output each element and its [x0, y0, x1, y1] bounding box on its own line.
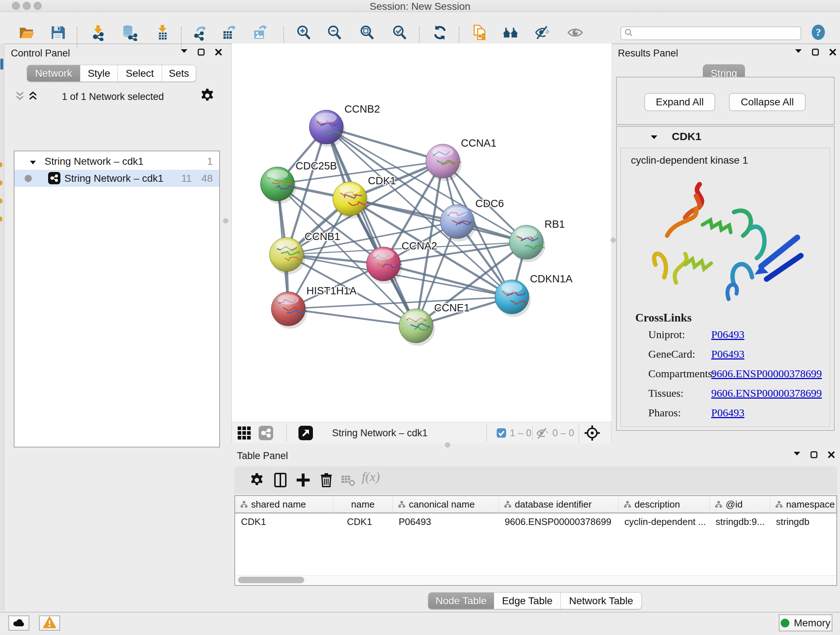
- zoom-fit-icon[interactable]: [359, 24, 376, 41]
- cell-database-identifier[interactable]: 9606.ENSP00000378699: [499, 513, 619, 530]
- duplicate-network-icon[interactable]: [471, 24, 488, 41]
- node-table[interactable]: shared name name canonical name database…: [234, 495, 837, 586]
- first-neighbors-icon[interactable]: [502, 24, 519, 41]
- memory-button[interactable]: Memory: [779, 614, 832, 631]
- network-graph[interactable]: CCNB2CCNA1CDC25BCDK1CDC6RB1CCNB1CCNA2CDK…: [232, 43, 612, 422]
- create-column-icon[interactable]: [295, 472, 311, 488]
- detach-view-icon[interactable]: [298, 425, 314, 441]
- import-network-database-icon[interactable]: [121, 24, 137, 41]
- column-header-name[interactable]: name: [333, 496, 393, 513]
- dock-handle-icon[interactable]: [0, 59, 3, 70]
- tab-edge-table[interactable]: Edge Table: [494, 592, 561, 609]
- dock-bookmark-icon[interactable]: [0, 217, 3, 222]
- tab-network[interactable]: Network: [27, 65, 80, 82]
- crosslink-genecard-link[interactable]: P06493: [711, 348, 745, 360]
- cloud-button[interactable]: [8, 616, 29, 631]
- float-panel-icon[interactable]: [812, 49, 820, 56]
- dock-bookmark-icon[interactable]: [0, 162, 3, 167]
- float-panel-icon[interactable]: [197, 49, 205, 56]
- cell-name[interactable]: CDK1: [333, 513, 393, 530]
- export-image-icon[interactable]: [252, 24, 269, 41]
- column-header-id[interactable]: @id: [710, 496, 770, 513]
- tab-node-table[interactable]: Node Table: [428, 592, 494, 609]
- column-header-namespace[interactable]: namespace: [770, 496, 836, 513]
- import-network-file-icon[interactable]: [90, 24, 107, 41]
- search-field[interactable]: [621, 27, 801, 40]
- zoom-out-icon[interactable]: [326, 24, 343, 41]
- collection-expander-icon[interactable]: [30, 156, 36, 167]
- zoom-selected-icon[interactable]: [392, 24, 408, 41]
- left-splitter-grip[interactable]: [223, 218, 228, 223]
- crosslink-pharos-link[interactable]: P06493: [711, 407, 745, 419]
- grid-view-icon[interactable]: [236, 425, 252, 441]
- column-header-database-identifier[interactable]: database identifier: [499, 496, 619, 513]
- tab-network-table[interactable]: Network Table: [561, 592, 642, 609]
- save-session-icon[interactable]: [50, 24, 66, 41]
- import-table-file-icon[interactable]: [154, 24, 171, 41]
- open-session-icon[interactable]: [18, 24, 35, 41]
- right-splitter-grip[interactable]: [611, 238, 616, 242]
- crosslink-label: GeneCard:: [648, 348, 695, 360]
- protein-structure-image: [642, 174, 808, 310]
- export-network-icon[interactable]: [193, 24, 209, 41]
- scrollbar-thumb[interactable]: [238, 577, 304, 583]
- crosslink-compartments-link[interactable]: 9606.ENSP00000378699: [711, 367, 822, 380]
- help-icon[interactable]: ?: [810, 24, 827, 41]
- svg-text:CCNB2: CCNB2: [344, 103, 380, 115]
- birds-eye-view-icon[interactable]: [584, 424, 600, 441]
- column-header-description[interactable]: description: [619, 496, 710, 513]
- collapse-panel-icon[interactable]: [180, 49, 188, 56]
- show-columns-icon[interactable]: [272, 472, 288, 488]
- search-icon: [624, 28, 633, 39]
- table-options-gear-icon[interactable]: [249, 472, 265, 488]
- column-header-canonical-name[interactable]: canonical name: [393, 496, 499, 513]
- update-network-icon[interactable]: [431, 24, 448, 41]
- collapse-panel-icon[interactable]: [793, 451, 801, 458]
- warning-icon: [43, 616, 57, 630]
- table-panel-title: Table Panel: [237, 450, 288, 462]
- collapse-all-networks-icon[interactable]: [14, 90, 25, 103]
- search-input[interactable]: [633, 27, 801, 40]
- cell-shared-name[interactable]: CDK1: [235, 513, 333, 530]
- expand-all-button[interactable]: Expand All: [644, 93, 715, 111]
- table-row[interactable]: CDK1 CDK1 P06493 9606.ENSP00000378699 cy…: [235, 513, 836, 530]
- float-panel-icon[interactable]: [810, 451, 818, 458]
- horizontal-scrollbar[interactable]: [236, 575, 836, 584]
- svg-text:CDC25B: CDC25B: [295, 160, 337, 172]
- tab-sets[interactable]: Sets: [162, 65, 196, 82]
- crosslink-uniprot-link[interactable]: P06493: [711, 328, 745, 340]
- bottom-splitter-grip[interactable]: [445, 442, 450, 448]
- crosslink-label: Tissues:: [648, 387, 684, 399]
- warnings-button[interactable]: [39, 616, 60, 631]
- show-all-icon[interactable]: [567, 24, 584, 41]
- collapse-panel-icon[interactable]: [794, 49, 802, 56]
- delete-column-icon[interactable]: [318, 472, 334, 488]
- selected-checkbox-icon[interactable]: [496, 428, 507, 438]
- dock-bookmark-icon[interactable]: [0, 180, 3, 185]
- export-table-icon[interactable]: [221, 24, 238, 41]
- table-panel: Table Panel f(x) shared name name canoni…: [232, 446, 840, 607]
- column-header-shared-name[interactable]: shared name: [235, 496, 333, 513]
- tab-select[interactable]: Select: [118, 65, 162, 82]
- entry-expander-icon[interactable]: [650, 135, 658, 141]
- network-canvas[interactable]: CCNB2CCNA1CDC25BCDK1CDC6RB1CCNB1CCNA2CDK…: [232, 43, 612, 422]
- results-scroll-area[interactable]: CDK1 cyclin-dependent kinase 1: [616, 126, 835, 431]
- expand-all-networks-icon[interactable]: [27, 90, 38, 103]
- zoom-in-icon[interactable]: [295, 24, 312, 41]
- close-panel-icon[interactable]: [829, 49, 837, 56]
- cell-namespace[interactable]: stringdb: [770, 513, 836, 530]
- cell-id[interactable]: stringdb:9...: [710, 513, 770, 530]
- dock-bookmark-icon[interactable]: [0, 198, 3, 203]
- tab-style[interactable]: Style: [80, 65, 118, 82]
- close-panel-icon[interactable]: [828, 451, 836, 458]
- collapse-all-button[interactable]: Collapse All: [729, 93, 806, 111]
- network-collection-row[interactable]: String Network – cdk1 1: [14, 153, 219, 170]
- cell-canonical-name[interactable]: P06493: [393, 513, 499, 530]
- network-options-gear-icon[interactable]: [199, 88, 215, 103]
- crosslink-tissues-link[interactable]: 9606.ENSP00000378699: [711, 387, 822, 399]
- network-row-selected[interactable]: String Network – cdk1 11 48: [14, 170, 219, 187]
- close-panel-icon[interactable]: [215, 49, 223, 56]
- string-view-icon[interactable]: [258, 425, 274, 441]
- cell-description[interactable]: cyclin-dependent ...: [619, 513, 710, 530]
- hide-selected-icon[interactable]: [534, 24, 551, 41]
